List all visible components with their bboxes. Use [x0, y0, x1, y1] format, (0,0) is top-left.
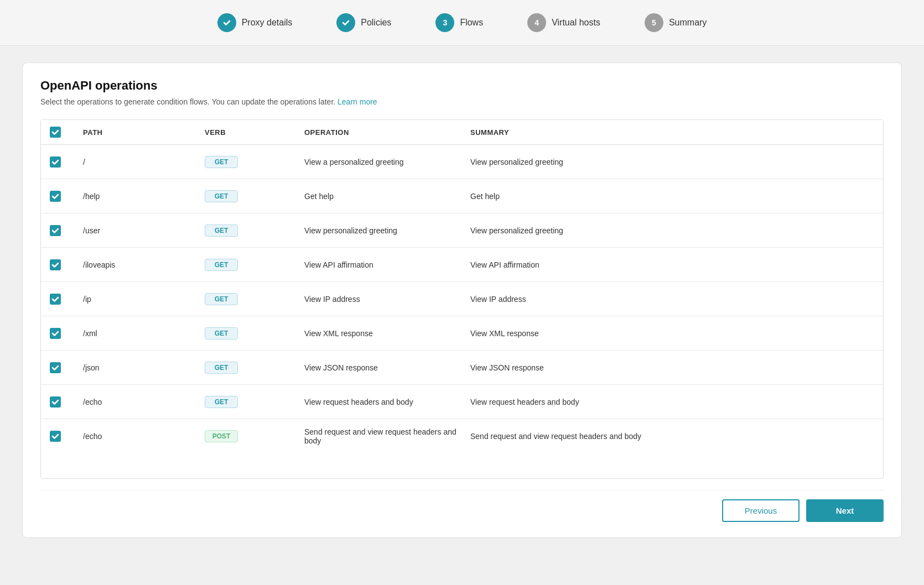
row-checkbox-cell[interactable] [50, 225, 83, 236]
row-checkbox-cell[interactable] [50, 191, 83, 202]
step-label-summary: Summary [669, 18, 707, 28]
row-path: /xml [83, 329, 205, 338]
row-summary: View XML response [470, 329, 874, 338]
th-summary: SUMMARY [470, 128, 874, 137]
main-card: OpenAPI operations Select the operations… [22, 62, 902, 538]
previous-button[interactable]: Previous [722, 499, 800, 522]
row-verb: GET [205, 190, 304, 202]
row-checkbox[interactable] [50, 156, 61, 168]
row-summary: View personalized greeting [470, 158, 874, 166]
row-operation: View a personalized greeting [304, 158, 470, 166]
th-path: PATH [83, 128, 205, 137]
step-circle-summary: 5 [645, 13, 663, 32]
row-operation: View personalized greeting [304, 226, 470, 235]
th-operation: OPERATION [304, 128, 470, 137]
table-row: /xml GET View XML response View XML resp… [41, 316, 883, 351]
row-operation: View request headers and body [304, 398, 470, 406]
stepper: Proxy details Policies 3 Flows 4 Virtual… [0, 0, 924, 46]
row-checkbox[interactable] [50, 431, 61, 442]
learn-more-link[interactable]: Learn more [338, 97, 377, 106]
row-path: /help [83, 192, 205, 201]
row-path: /iloveapis [83, 260, 205, 269]
table-header: PATH VERB OPERATION SUMMARY [41, 120, 883, 145]
table-body: / GET View a personalized greeting View … [41, 145, 883, 478]
table-row: /json GET View JSON response View JSON r… [41, 351, 883, 385]
operations-table: PATH VERB OPERATION SUMMARY / GET View a… [40, 119, 884, 479]
row-operation: Send request and view request headers an… [304, 427, 470, 445]
row-summary: Send request and view request headers an… [470, 432, 874, 441]
row-summary: Get help [470, 192, 874, 201]
step-policies[interactable]: Policies [336, 13, 391, 32]
row-summary: View API affirmation [470, 260, 874, 269]
table-row: /user GET View personalized greeting Vie… [41, 213, 883, 248]
row-checkbox-cell[interactable] [50, 259, 83, 270]
row-checkbox[interactable] [50, 259, 61, 270]
step-label-proxy-details: Proxy details [242, 18, 293, 28]
table-row: /iloveapis GET View API affirmation View… [41, 248, 883, 282]
row-operation: Get help [304, 192, 470, 201]
row-verb: GET [205, 327, 304, 339]
table-row: /echo GET View request headers and body … [41, 385, 883, 419]
table-row: /ip GET View IP address View IP address [41, 282, 883, 316]
th-verb: VERB [205, 128, 304, 137]
row-path: /ip [83, 295, 205, 304]
step-circle-virtual-hosts: 4 [527, 13, 546, 32]
row-path: /user [83, 226, 205, 235]
step-circle-proxy-details [217, 13, 236, 32]
step-label-virtual-hosts: Virtual hosts [552, 18, 600, 28]
row-checkbox-cell[interactable] [50, 156, 83, 168]
row-operation: View JSON response [304, 363, 470, 372]
row-path: /json [83, 363, 205, 372]
table-row: /echo POST Send request and view request… [41, 419, 883, 453]
row-summary: View personalized greeting [470, 226, 874, 235]
next-button[interactable]: Next [806, 499, 884, 522]
table-row: /help GET Get help Get help [41, 179, 883, 213]
step-proxy-details[interactable]: Proxy details [217, 13, 293, 32]
row-checkbox-cell[interactable] [50, 362, 83, 373]
row-checkbox[interactable] [50, 191, 61, 202]
step-virtual-hosts[interactable]: 4 Virtual hosts [527, 13, 600, 32]
table-row: / GET View a personalized greeting View … [41, 145, 883, 179]
row-verb: GET [205, 259, 304, 271]
step-label-flows: Flows [460, 18, 483, 28]
row-operation: View XML response [304, 329, 470, 338]
row-verb: GET [205, 293, 304, 305]
row-checkbox[interactable] [50, 328, 61, 339]
row-path: /echo [83, 432, 205, 441]
row-path: / [83, 158, 205, 166]
row-verb: GET [205, 396, 304, 408]
row-checkbox[interactable] [50, 294, 61, 305]
step-summary[interactable]: 5 Summary [645, 13, 707, 32]
step-label-policies: Policies [361, 18, 391, 28]
step-circle-policies [336, 13, 355, 32]
select-all-checkbox[interactable] [50, 127, 61, 138]
content-wrapper: OpenAPI operations Select the operations… [0, 46, 924, 585]
row-checkbox[interactable] [50, 225, 61, 236]
step-flows[interactable]: 3 Flows [435, 13, 483, 32]
row-summary: View request headers and body [470, 398, 874, 406]
row-summary: View JSON response [470, 363, 874, 372]
row-verb: GET [205, 362, 304, 374]
card-footer: Previous Next [40, 490, 884, 522]
row-operation: View IP address [304, 295, 470, 304]
card-subtitle: Select the operations to generate condit… [40, 97, 884, 106]
row-verb: GET [205, 156, 304, 168]
row-operation: View API affirmation [304, 260, 470, 269]
row-verb: GET [205, 224, 304, 237]
row-checkbox-cell[interactable] [50, 431, 83, 442]
row-checkbox-cell[interactable] [50, 396, 83, 408]
row-summary: View IP address [470, 295, 874, 304]
step-circle-flows: 3 [435, 13, 454, 32]
row-path: /echo [83, 398, 205, 406]
row-checkbox[interactable] [50, 362, 61, 373]
row-checkbox[interactable] [50, 396, 61, 408]
row-checkbox-cell[interactable] [50, 294, 83, 305]
row-checkbox-cell[interactable] [50, 328, 83, 339]
row-verb: POST [205, 430, 304, 442]
header-checkbox-cell[interactable] [50, 127, 83, 138]
card-title: OpenAPI operations [40, 79, 884, 93]
